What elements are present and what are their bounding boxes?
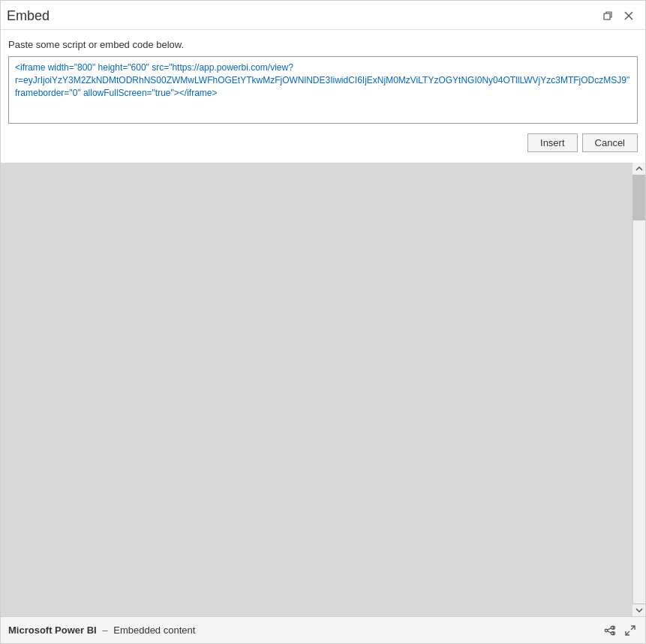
instruction-text: Paste some script or embed code below. (8, 39, 638, 50)
embed-dialog: Embed Paste some script or embed code be… (0, 0, 646, 644)
restore-button[interactable] (599, 7, 617, 25)
svg-rect-0 (604, 13, 610, 19)
svg-line-9 (626, 631, 629, 635)
chevron-up-icon (635, 166, 643, 172)
expand-icon-button[interactable] (623, 623, 638, 638)
dialog-title: Embed (7, 8, 50, 24)
scrollbar-down-button[interactable] (632, 604, 645, 616)
restore-icon (603, 11, 612, 20)
close-icon (624, 11, 633, 20)
footer-dash: – (102, 625, 110, 636)
share-icon-button[interactable] (602, 623, 617, 638)
svg-point-5 (605, 629, 608, 632)
footer-content-label: Embedded content (113, 625, 195, 636)
footer-icons (602, 623, 638, 638)
embed-code-input[interactable] (8, 56, 638, 124)
footer-bar: Microsoft Power BI – Embedded content (1, 616, 645, 643)
dialog-body: Paste some script or embed code below. I… (1, 30, 645, 163)
scrollbar-track (632, 163, 645, 616)
share-icon (603, 625, 615, 637)
svg-point-4 (611, 632, 614, 635)
svg-point-3 (611, 626, 614, 629)
close-button[interactable] (620, 7, 638, 25)
footer-brand: Microsoft Power BI (8, 625, 97, 636)
cancel-button[interactable]: Cancel (582, 133, 638, 152)
scrollbar-up-button[interactable] (632, 163, 645, 175)
scrollbar-thumb[interactable] (632, 175, 645, 220)
title-bar: Embed (1, 1, 645, 30)
svg-line-8 (631, 626, 635, 630)
window-controls (599, 7, 638, 25)
footer-label: Microsoft Power BI – Embedded content (8, 625, 195, 636)
chevron-down-icon (635, 607, 643, 613)
svg-line-7 (608, 631, 611, 632)
expand-icon (624, 625, 636, 637)
button-row: Insert Cancel (8, 133, 638, 155)
insert-button[interactable]: Insert (527, 133, 578, 152)
preview-area (1, 163, 645, 616)
svg-line-6 (608, 628, 611, 630)
